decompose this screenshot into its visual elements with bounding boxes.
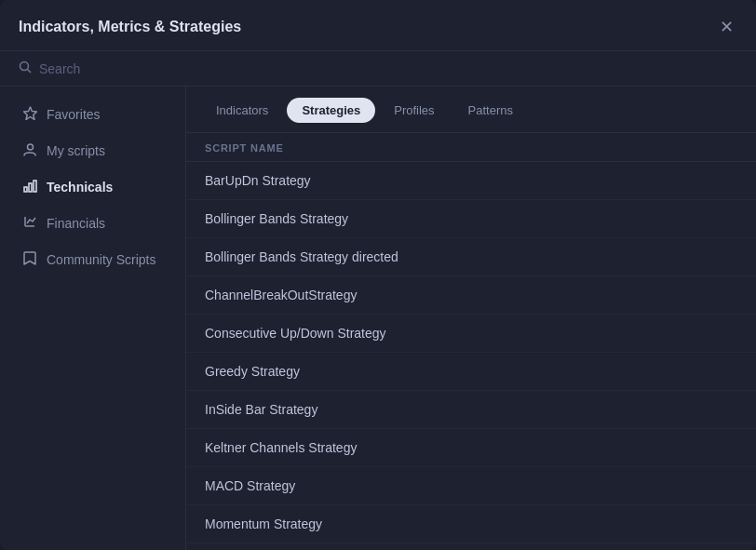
sidebar: Favorites My scripts Technicals Financia… xyxy=(0,87,186,550)
search-bar xyxy=(0,51,756,87)
script-name-label: Keltner Channels Strategy xyxy=(205,440,715,455)
script-name-label: Momentum Strategy xyxy=(205,516,715,531)
script-name-label: Greedy Strategy xyxy=(205,364,715,379)
script-name-label: MACD Strategy xyxy=(205,478,715,493)
script-name-label: Consecutive Up/Down Strategy xyxy=(205,326,715,341)
script-list: BarUpDn Strategy Bollinger Bands Strateg… xyxy=(186,162,756,550)
table-row[interactable]: Momentum Strategy xyxy=(186,505,756,543)
modal-title: Indicators, Metrics & Strategies xyxy=(19,19,241,35)
table-row[interactable]: Keltner Channels Strategy xyxy=(186,429,756,467)
content-area: Favorites My scripts Technicals Financia… xyxy=(0,87,756,550)
sidebar-item-my-scripts-label: My scripts xyxy=(47,143,105,158)
modal: Indicators, Metrics & Strategies ✕ Favor… xyxy=(0,0,756,550)
sidebar-item-favorites-label: Favorites xyxy=(47,107,101,122)
table-row[interactable]: MACD Strategy xyxy=(186,467,756,505)
column-header: SCRIPT NAME xyxy=(186,133,756,162)
table-row[interactable]: InSide Bar Strategy xyxy=(186,391,756,429)
table-row[interactable]: Bollinger Bands Strategy xyxy=(186,200,756,238)
svg-point-3 xyxy=(27,144,33,150)
svg-point-0 xyxy=(20,62,29,71)
sidebar-item-community-scripts-label: Community Scripts xyxy=(47,252,155,267)
table-row[interactable]: MovingAvg2Line Cross xyxy=(186,543,756,550)
script-name-label: ChannelBreakOutStrategy xyxy=(205,288,715,302)
sidebar-item-financials[interactable]: Financials xyxy=(6,206,180,241)
sidebar-item-technicals-label: Technicals xyxy=(47,180,113,195)
script-name-label: Bollinger Bands Strategy xyxy=(205,211,715,226)
tab-patterns[interactable]: Patterns xyxy=(453,98,528,123)
table-row[interactable]: Bollinger Bands Strategy directed xyxy=(186,238,756,276)
search-icon xyxy=(19,60,32,76)
sidebar-item-financials-label: Financials xyxy=(47,216,105,231)
sidebar-item-community-scripts[interactable]: Community Scripts xyxy=(6,242,180,277)
svg-rect-4 xyxy=(24,187,27,192)
script-name-label: InSide Bar Strategy xyxy=(205,402,715,417)
tabs-row: Indicators Strategies Profiles Patterns xyxy=(186,87,756,133)
user-icon xyxy=(22,142,37,159)
table-row[interactable]: Greedy Strategy xyxy=(186,353,756,391)
tab-strategies[interactable]: Strategies xyxy=(287,98,375,123)
sidebar-item-my-scripts[interactable]: My scripts xyxy=(6,133,180,168)
table-row[interactable]: ChannelBreakOutStrategy xyxy=(186,276,756,315)
main-panel: Indicators Strategies Profiles Patterns … xyxy=(186,87,756,550)
sidebar-item-favorites[interactable]: Favorites xyxy=(6,97,180,132)
script-name-label: Bollinger Bands Strategy directed xyxy=(205,249,715,264)
tab-indicators[interactable]: Indicators xyxy=(201,98,283,123)
svg-marker-2 xyxy=(23,107,36,120)
sidebar-item-technicals[interactable]: Technicals xyxy=(6,169,180,205)
svg-rect-5 xyxy=(29,183,32,192)
modal-header: Indicators, Metrics & Strategies ✕ xyxy=(0,0,756,51)
svg-rect-6 xyxy=(34,181,36,192)
tab-profiles[interactable]: Profiles xyxy=(379,98,449,123)
star-icon xyxy=(22,106,37,123)
search-wrapper xyxy=(19,60,737,76)
bar-chart-icon xyxy=(22,215,37,232)
table-row[interactable]: Consecutive Up/Down Strategy xyxy=(186,315,756,353)
chart-icon xyxy=(22,179,37,195)
svg-line-1 xyxy=(28,70,32,74)
search-input[interactable] xyxy=(39,61,737,76)
script-name-label: BarUpDn Strategy xyxy=(205,173,715,188)
bookmark-icon xyxy=(22,251,37,268)
close-button[interactable]: ✕ xyxy=(716,17,737,37)
table-row[interactable]: BarUpDn Strategy xyxy=(186,162,756,200)
